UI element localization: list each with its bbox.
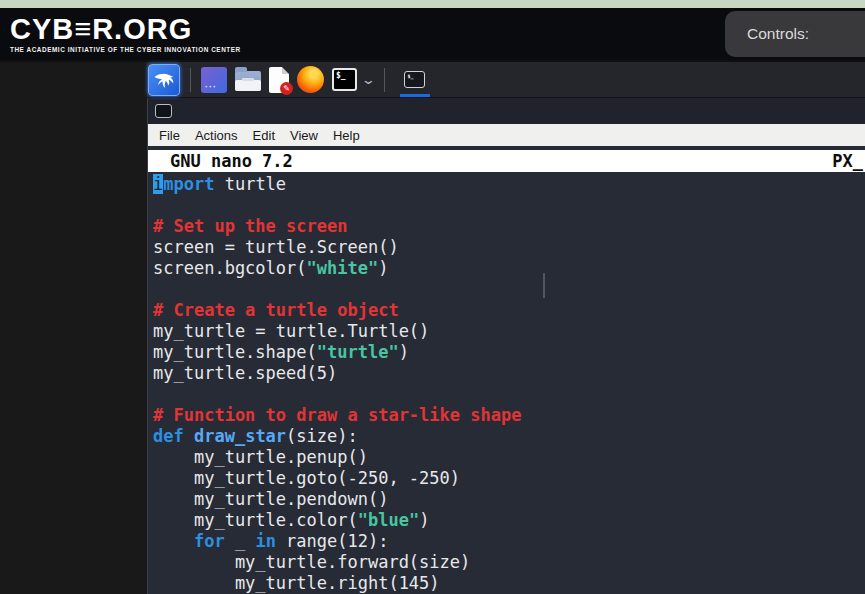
code-line: my_turtle = turtle.Turtle() [153,321,865,342]
active-task-underline [400,94,430,97]
code-line: my_turtle.pendown() [153,489,865,510]
code-token: # Set up the screen [153,216,347,236]
code-token: my_turtle.right(145) [153,573,440,593]
code-line [153,195,865,216]
taskbar-separator [190,68,191,92]
code-line [153,384,865,405]
page-top-strip [0,0,865,8]
text-cursor: i [153,174,163,194]
text-editor-button[interactable]: ✎ [269,67,289,93]
terminal-window: FileActionsEditViewHelp GNU nano 7.2 PX_… [147,98,865,594]
folder-front [235,80,261,91]
code-line: my_turtle.shape("turtle") [153,342,865,363]
window-titlebar[interactable] [148,98,865,124]
logo-part1: CYB [10,13,74,45]
code-token: ) [419,510,429,530]
terminal-window-icon [155,104,172,118]
code-token: "turtle" [317,342,399,362]
taskbar: ··· ✎ $_ ⌄ $_ [147,62,865,98]
code-token: # Create a turtle object [153,300,399,320]
code-token: turtle [214,174,286,194]
menu-item-file[interactable]: File [159,128,180,143]
terminal-icon: $_ [332,68,357,91]
code-token: for [194,531,225,551]
pencil-badge-icon: ✎ [280,82,293,95]
file-manager-button[interactable] [235,68,261,91]
nano-version-label: GNU nano 7.2 [170,151,293,171]
menu-bar: FileActionsEditViewHelp [148,124,865,146]
logo-e-glyph: ≡ [74,15,92,45]
nano-filename-label: PX_ [832,151,863,171]
code-line [153,279,865,300]
kali-launcher-button[interactable] [148,64,180,96]
code-line: my_turtle.goto(-250, -250) [153,468,865,489]
code-token: draw_star [194,426,286,446]
mouse-ibeam-cursor [543,273,545,298]
document-editor-icon: ✎ [269,67,289,93]
remote-desktop-area: ··· ✎ $_ ⌄ $_ [0,60,865,594]
code-token: screen = turtle.Screen() [153,237,399,257]
code-line: import turtle [153,174,865,195]
code-token: my_turtle = turtle.Turtle() [153,321,429,341]
code-line: for _ in range(12): [153,531,865,552]
menu-item-view[interactable]: View [290,128,318,143]
menu-item-edit[interactable]: Edit [253,128,275,143]
code-line: # Create a turtle object [153,300,865,321]
code-token: my_turtle.color( [153,510,358,530]
code-token: "blue" [358,510,419,530]
nano-titlebar: GNU nano 7.2 PX_ [148,150,865,172]
show-desktop-button[interactable]: ··· [201,67,227,93]
terminal-content[interactable]: GNU nano 7.2 PX_ import turtle # Set up … [148,146,865,594]
site-header: CYB≡R.ORG THE ACADEMIC INITIATIVE OF THE… [0,8,865,60]
remote-screen: ··· ✎ $_ ⌄ $_ [147,62,865,594]
code-line: screen = turtle.Screen() [153,237,865,258]
code-line: screen.bgcolor("white") [153,258,865,279]
folder-icon [235,71,261,91]
code-token [153,531,194,551]
code-token: (size): [286,426,358,446]
logo-part2: R.ORG [92,13,192,45]
code-token: my_turtle.speed(5) [153,363,337,383]
code-token: range(12): [276,531,389,551]
code-token: _ [225,531,256,551]
workspace-icon: ··· [201,67,227,93]
menu-item-actions[interactable]: Actions [195,128,238,143]
taskbar-separator [384,68,385,92]
terminal-launcher-button[interactable]: $_ [332,68,357,91]
code-line: # Function to draw a star-like shape [153,405,865,426]
code-token: my_turtle.forward(size) [153,552,470,572]
controls-button[interactable]: Controls: [725,11,865,57]
code-line: my_turtle.forward(size) [153,552,865,573]
folder-slot [242,78,254,81]
code-token: in [255,531,275,551]
cyber-org-logo: CYB≡R.ORG THE ACADEMIC INITIATIVE OF THE… [0,15,241,53]
firefox-icon [297,66,324,93]
code-token: my_turtle.shape( [153,342,317,362]
code-token: def [153,426,184,446]
chevron-down-icon[interactable]: ⌄ [361,72,376,87]
menu-item-help[interactable]: Help [333,128,360,143]
logo-tagline: THE ACADEMIC INITIATIVE OF THE CYBER INN… [10,46,241,53]
code-line: my_turtle.right(145) [153,573,865,594]
code-token: mport [163,174,214,194]
document-fold [282,67,289,74]
code-token: screen.bgcolor( [153,258,307,278]
code-token: my_turtle.penup() [153,447,368,467]
code-token: ) [399,342,409,362]
firefox-button[interactable] [297,66,324,93]
code-line: my_turtle.penup() [153,447,865,468]
code-token [184,426,194,446]
logo-title: CYB≡R.ORG [10,15,241,44]
code-token: ) [378,258,388,278]
code-line: def draw_star(size): [153,426,865,447]
code-token: "white" [307,258,379,278]
workspace-dots-glyph: ··· [205,82,217,92]
code-token: my_turtle.goto(-250, -250) [153,468,460,488]
taskbar-task-qterminal[interactable]: $_ [395,62,435,97]
kali-dragon-icon [152,68,176,92]
code-line: # Set up the screen [153,216,865,237]
code-token: # Function to draw a star-like shape [153,405,521,425]
code-token: my_turtle.pendown() [153,489,388,509]
code-area[interactable]: import turtle # Set up the screenscreen … [148,172,865,594]
active-task-terminal-icon: $_ [404,71,425,88]
